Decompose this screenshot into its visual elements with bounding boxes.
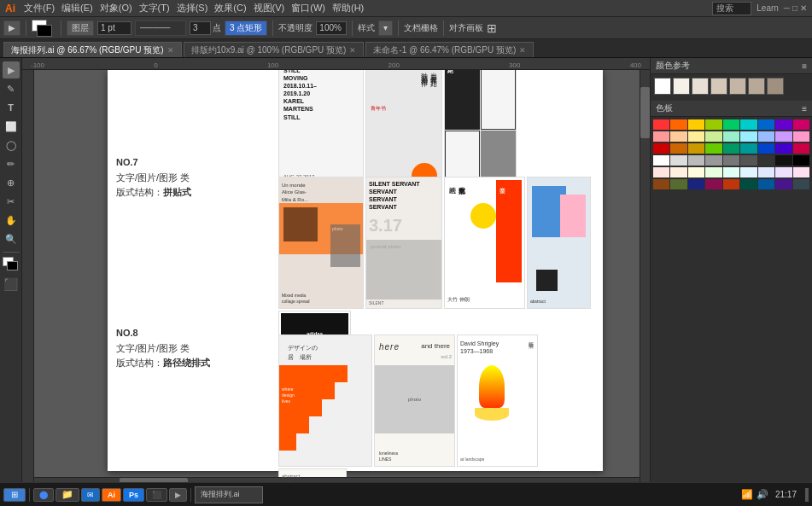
pal-pink[interactable]: [793, 119, 809, 130]
pal-orange[interactable]: [670, 119, 686, 130]
toolbar-sep4: [352, 20, 353, 36]
tool-scissor[interactable]: ✂: [3, 193, 20, 210]
style-dropdown[interactable]: ▾: [378, 20, 393, 36]
taskbar-app-folder[interactable]: 📁: [55, 488, 79, 502]
pal-teal[interactable]: [740, 119, 757, 130]
taskbar-app-unknown1[interactable]: ⬛: [146, 488, 167, 502]
tool-select[interactable]: ▶: [3, 61, 20, 79]
pal-lime[interactable]: [705, 119, 721, 130]
tab-2-label: 排版约10x9.ai @ 100% (RGB/GPU 预览): [191, 44, 347, 56]
pal-red[interactable]: [653, 119, 669, 130]
taskbar-app-unknown2[interactable]: ▶: [169, 488, 187, 502]
align-icon[interactable]: ⊞: [487, 21, 497, 35]
canvas-area[interactable]: -100 0 100 200 300 400 NO.7 文字/图片/图形 类 版…: [22, 58, 650, 487]
taskbar-time-date[interactable]: 21:17: [772, 490, 800, 499]
tab-3[interactable]: 未命名-1 @ 66.47% (RGB/GPU 预览) ✕: [365, 42, 534, 57]
menu-file[interactable]: 文件(F): [24, 2, 55, 15]
color-swatch-cream[interactable]: [673, 78, 690, 95]
tab-3-close[interactable]: ✕: [519, 46, 526, 55]
color-swatch-beige[interactable]: [692, 78, 709, 95]
swatches-title-bar[interactable]: 色板 ≡: [651, 101, 812, 117]
tool-selector[interactable]: ▶: [3, 20, 20, 36]
menu-select[interactable]: 选择(S): [177, 2, 208, 15]
menu-object[interactable]: 对象(O): [100, 2, 132, 15]
taskbar-app-ps[interactable]: Ps: [123, 488, 144, 502]
maximize-btn[interactable]: □: [792, 3, 797, 13]
menu-window[interactable]: 窗口(W): [291, 2, 325, 15]
color-preview-row: [654, 78, 809, 95]
layer-dropdown[interactable]: 图层: [67, 20, 94, 36]
poster-dezain: デザインの居 場所 wheredesignlives: [278, 334, 372, 467]
tool-hand[interactable]: ✋: [3, 212, 20, 229]
color-swatch-white[interactable]: [654, 78, 671, 95]
color-swatch-tan[interactable]: [710, 78, 727, 95]
tabs-bar: 海报排列.ai @ 66.67% (RGB/GPU 预览) ✕ 排版约10x9.…: [0, 39, 812, 58]
no8-number: NO.8: [116, 326, 210, 341]
color-reference-title-bar[interactable]: 颜色参考 ≡: [651, 58, 812, 74]
no8-posters: デザインの居 場所 wheredesignlives here and th: [278, 334, 594, 487]
menu-edit[interactable]: 编辑(E): [61, 2, 93, 15]
poster-here-there: here and there vol.2 photo lonelinessLIN…: [374, 334, 455, 467]
start-button[interactable]: ⊞: [3, 488, 26, 502]
pal-green[interactable]: [723, 119, 739, 130]
tool-ellipse[interactable]: ◯: [3, 137, 20, 154]
stroke-style[interactable]: ─────: [135, 20, 186, 36]
share-btn[interactable]: Learn: [757, 3, 779, 13]
align-btn[interactable]: 3 点矩形: [225, 20, 267, 36]
color-swatch-brown3[interactable]: [767, 78, 784, 95]
opacity-input[interactable]: [316, 21, 347, 35]
no7-structure: 版式结构：拼贴式: [116, 185, 191, 201]
menu-effect[interactable]: 效果(C): [214, 2, 246, 15]
toolbar-sep2: [61, 20, 61, 36]
tool-pen[interactable]: ✏: [3, 155, 20, 172]
toolbar-sep6: [443, 20, 444, 36]
tray-network[interactable]: 📶: [741, 489, 753, 500]
system-tray: 📶 🔊 21:17: [741, 488, 809, 502]
taskbar-window-1[interactable]: 海报排列.ai: [195, 486, 263, 503]
tray-volume[interactable]: 🔊: [757, 489, 768, 500]
tab-2-close[interactable]: ✕: [349, 46, 356, 55]
chrome-icon: ⬤: [39, 491, 48, 499]
minimize-btn[interactable]: ─: [784, 3, 790, 13]
fill-stroke-box[interactable]: [32, 20, 55, 37]
poster-abstract-shapes: abstract: [527, 177, 591, 309]
color-swatch-brown1[interactable]: [729, 78, 746, 95]
menu-text[interactable]: 文字(T): [139, 2, 170, 15]
tool-rect[interactable]: ⬜: [3, 118, 20, 135]
artboard: NO.7 文字/图片/图形 类 版式结构：拼贴式 STILLMOVING2018…: [108, 70, 603, 471]
tool-zoom[interactable]: 🔍: [3, 230, 20, 247]
tray-show-desktop[interactable]: [805, 488, 809, 502]
taskbar-app-chrome[interactable]: ⬤: [33, 488, 54, 502]
no7-type: 文字/图片/图形 类: [116, 171, 191, 186]
pal-yellow[interactable]: [688, 119, 704, 130]
pal-purple[interactable]: [775, 119, 792, 130]
panel-menu-icon[interactable]: ≡: [802, 61, 807, 71]
stroke-width-input[interactable]: [97, 21, 131, 35]
color-reference-content: [651, 74, 812, 101]
taskbar-windows: 海报排列.ai: [195, 486, 739, 503]
tab-2[interactable]: 排版约10x9.ai @ 100% (RGB/GPU 预览) ✕: [184, 42, 365, 57]
scrollbar-vertical[interactable]: [640, 70, 650, 487]
swatches-menu-icon[interactable]: ≡: [802, 104, 807, 113]
fill-stroke-mini[interactable]: [3, 257, 20, 272]
menu-view[interactable]: 视图(V): [254, 2, 285, 15]
taskbar-app-mail[interactable]: ✉: [81, 488, 100, 502]
tool-type[interactable]: T: [3, 99, 20, 116]
tab-1[interactable]: 海报排列.ai @ 66.67% (RGB/GPU 预览) ✕: [3, 42, 182, 57]
tab-3-label: 未命名-1 @ 66.47% (RGB/GPU 预览): [373, 44, 516, 56]
close-btn[interactable]: ✕: [800, 3, 807, 13]
tool-transform[interactable]: ⊕: [3, 174, 20, 191]
point-input[interactable]: [190, 21, 211, 35]
taskbar-app-ai[interactable]: Ai: [102, 488, 121, 502]
right-panel: 颜色参考 ≡ 色板 ≡: [650, 58, 812, 487]
color-swatch-brown2[interactable]: [748, 78, 765, 95]
poster-silent-servant: SILENT SERVANTSERVANTSERVANTSERVANT 3.17…: [365, 177, 442, 309]
tab-1-close[interactable]: ✕: [167, 46, 174, 55]
color-palette-grid: [651, 117, 812, 487]
menu-help[interactable]: 帮助(H): [332, 2, 364, 15]
search-bar[interactable]: 搜索: [712, 2, 751, 15]
tool-none[interactable]: ⬛: [3, 276, 20, 293]
tool-draw[interactable]: ✎: [3, 80, 20, 97]
pal-blue[interactable]: [758, 119, 774, 130]
point-count[interactable]: 点: [190, 21, 221, 35]
